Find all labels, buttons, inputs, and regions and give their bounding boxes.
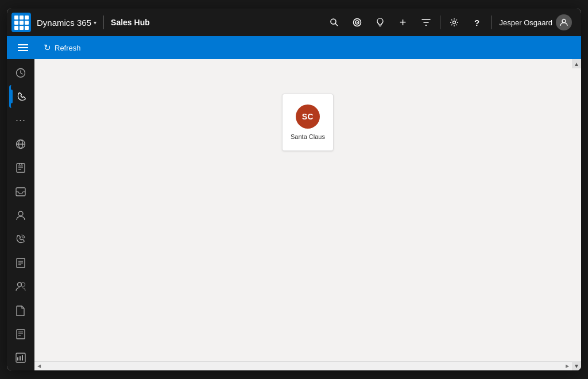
add-button[interactable]: + [393, 12, 413, 33]
sidebar-item-calls[interactable] [9, 85, 32, 107]
dynamics-label: Dynamics 365 [37, 18, 91, 28]
app-window: Dynamics 365 ▾ Sales Hub + ? [7, 9, 581, 370]
svg-point-7 [452, 21, 455, 24]
lightbulb-button[interactable] [370, 12, 390, 33]
filter-button[interactable] [416, 12, 436, 33]
phone2-icon [16, 234, 26, 244]
file-icon [16, 329, 25, 339]
top-navigation: Dynamics 365 ▾ Sales Hub + ? [7, 9, 581, 36]
settings-button[interactable] [444, 12, 465, 33]
search-button[interactable] [324, 12, 345, 33]
app-grid-button[interactable] [11, 13, 31, 32]
title-chevron-icon: ▾ [94, 20, 96, 26]
target-button[interactable] [347, 12, 368, 33]
report-icon [16, 353, 26, 363]
svg-point-21 [18, 211, 23, 216]
contact-card[interactable]: SC Santa Claus [282, 94, 334, 151]
notepad-icon [16, 163, 25, 173]
sidebar-item-more[interactable]: ··· [9, 109, 32, 132]
horizontal-scrollbar[interactable]: ◀ ▶ [34, 361, 572, 370]
contact-card-area: SC Santa Claus [34, 59, 581, 151]
person-icon [16, 210, 25, 221]
content-inner: SC Santa Claus [34, 59, 581, 370]
svg-point-0 [331, 19, 336, 24]
contact-name: Santa Claus [291, 133, 325, 140]
sidebar-item-recent[interactable] [9, 61, 32, 84]
nav-icons: + ? Jesper Osgaard [324, 12, 577, 33]
sidebar-item-accounts[interactable] [9, 276, 32, 298]
content-area: ▲ SC Santa Claus ▼ ◀ ▶ [34, 59, 581, 370]
avatar-initials: SC [302, 112, 314, 121]
user-separator [491, 16, 492, 29]
main-area: ··· [7, 59, 581, 370]
sidebar-item-reports[interactable] [9, 347, 32, 369]
refresh-label: Refresh [55, 44, 81, 52]
scroll-left-arrow[interactable]: ◀ [34, 362, 44, 371]
persons-icon [16, 281, 26, 292]
app-title[interactable]: Dynamics 365 ▾ [37, 18, 96, 28]
user-name: Jesper Osgaard [500, 18, 553, 27]
refresh-icon: ↻ [44, 42, 51, 53]
sidebar: ··· [7, 59, 34, 370]
document-icon [16, 305, 25, 316]
scroll-track [44, 363, 563, 370]
recent-icon [16, 68, 26, 78]
action-toolbar: ↻ Refresh [7, 36, 581, 59]
help-button[interactable]: ? [467, 12, 488, 33]
scroll-up-indicator[interactable]: ▲ [572, 59, 581, 68]
waffle-icon [14, 16, 29, 30]
sidebar-item-opportunities[interactable] [9, 228, 32, 250]
gear-icon [450, 18, 459, 27]
sidebar-item-invoices[interactable] [9, 323, 32, 345]
globe-icon [16, 139, 26, 149]
sidebar-item-orders[interactable] [9, 299, 32, 322]
module-label: Sales Hub [111, 18, 150, 27]
search-icon [330, 18, 339, 27]
scroll-right-arrow[interactable]: ▶ [563, 362, 572, 371]
sidebar-item-contacts[interactable] [9, 204, 32, 226]
svg-line-1 [335, 24, 338, 26]
hamburger-button[interactable] [14, 38, 32, 57]
filter-icon [421, 18, 431, 27]
user-avatar [556, 14, 572, 30]
svg-point-8 [562, 20, 566, 23]
refresh-button[interactable]: ↻ Refresh [39, 40, 86, 55]
contact-avatar: SC [296, 105, 320, 129]
scroll-down-indicator[interactable]: ▼ [572, 361, 581, 370]
sidebar-item-activities[interactable] [9, 157, 32, 179]
phone-icon [17, 91, 27, 102]
sidebar-item-leads[interactable] [9, 180, 32, 203]
hamburger-icon [18, 44, 28, 52]
icon-separator [440, 16, 440, 29]
user-profile[interactable]: Jesper Osgaard [495, 12, 577, 33]
nav-separator [103, 16, 104, 29]
sidebar-item-globe[interactable] [9, 133, 32, 155]
inbox-icon [16, 187, 26, 196]
svg-point-4 [357, 22, 358, 23]
list-icon [16, 258, 25, 268]
lightbulb-icon [376, 18, 384, 27]
target-icon [353, 18, 362, 27]
svg-rect-28 [17, 330, 25, 339]
sidebar-item-quotes[interactable] [9, 252, 32, 274]
